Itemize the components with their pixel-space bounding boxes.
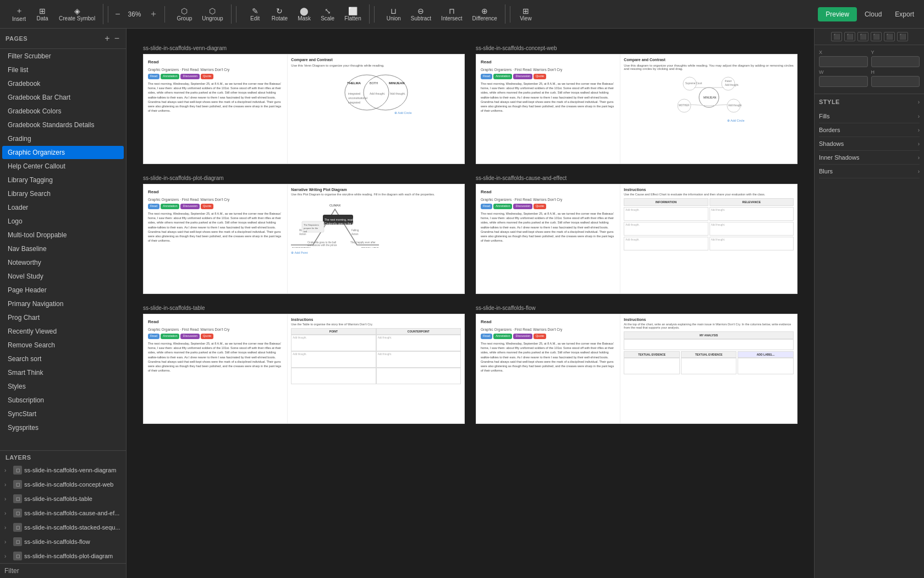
page-item-novel-study[interactable]: Novel Study [2,270,124,283]
frame-label-table: ss-slide-in-scaffolds-table [143,305,465,311]
flatten-button[interactable]: ⬜ Flatten [340,4,366,24]
align-left-button[interactable]: ⬛ [831,32,842,41]
layer-item-ss-slide-in-scaffolds-table[interactable]: › ◻ ss-slide-in-scaffolds-table [0,492,126,506]
page-item-grading[interactable]: Grading [2,132,124,145]
separator-3 [236,6,237,23]
slide-flow[interactable]: Read Graphic Organizers · First Read: Wa… [476,314,798,424]
zoom-in-button[interactable]: ＋ [147,7,160,21]
add-label-btn[interactable]: ADD LABEL... [738,351,794,358]
page-item-styles[interactable]: Styles [2,380,124,393]
page-item-primary-navigation[interactable]: Primary Navigation [2,297,124,310]
more-align-button[interactable]: ⬛ [897,32,908,41]
page-item-library-search[interactable]: Library Search [2,187,124,200]
page-item-smart-think[interactable]: Smart Think [2,366,124,379]
page-item-gradebook-bar-chart[interactable]: Gradebook Bar Chart [2,91,124,104]
add-point-btn[interactable]: ⊕ Add Point [291,251,461,254]
page-item-help-center-callout[interactable]: Help Center Callout [2,160,124,173]
intersect-button[interactable]: ⊓ Intersect [437,4,466,24]
page-item-syncstart[interactable]: SyncStart [2,407,124,421]
view-button[interactable]: ⊞ View [515,4,537,24]
layer-item-ss-slide-in-scaffolds-venn-diagram[interactable]: › ◻ ss-slide-in-scaffolds-venn-diagram [0,463,126,477]
point-cell-1: Add thought. [291,335,376,351]
add-circle-concept-btn[interactable]: ⊕ Add Circle [727,119,745,122]
collapse-pages-button[interactable]: − [113,33,120,44]
scale-button[interactable]: ⤡ Scale [316,4,339,24]
h-input[interactable] [871,76,920,87]
page-item-multi-tool-droppable[interactable]: Multi-tool Droppable [2,228,124,242]
create-symbol-button[interactable]: ◈ Create Symbol [54,4,100,24]
align-right-button[interactable]: ⬛ [857,32,868,41]
page-item-filter-scrubber[interactable]: Filter Scrubber [2,50,124,63]
slide-table[interactable]: Read Graphic Organizers · First Read: Wa… [143,314,465,424]
page-item-label: Multi-tool Droppable [8,231,118,239]
style-collapse-icon[interactable]: › [918,99,920,105]
layer-name: ss-slide-in-scaffolds-plot-diagram [24,553,122,559]
slide-concept[interactable]: Read Graphic Organizers · First Read: Wa… [476,54,798,164]
inner-shadows-row[interactable]: Inner Shadows › [819,151,920,165]
data-button[interactable]: ⊞ Data [31,4,53,24]
page-item-graphic-organizers[interactable]: Graphic Organizers [2,146,124,159]
page-item-subscription[interactable]: Subscription [2,394,124,407]
page-item-search-sort[interactable]: Search sort [2,352,124,366]
slide-venn[interactable]: Read Graphic Organizers · First Read: Wa… [143,54,465,164]
fills-row[interactable]: Fills › [819,110,920,123]
insert-button[interactable]: ＋ Insert [8,4,30,24]
page-item-library-tagging[interactable]: Library Tagging [2,173,124,187]
svg-text:MINIJEAN: MINIJEAN [389,81,405,85]
point-header: POINT [291,328,376,335]
group-button[interactable]: ⬡ Group [173,4,197,24]
badge-annotation-f: Annotation [493,334,512,339]
page-item-page-header[interactable]: Page Header [2,283,124,297]
page-item-label: Search sort [8,355,118,363]
w-input[interactable] [819,76,868,87]
page-item-gradebook-standards-details[interactable]: Gradebook Standards Details [2,118,124,132]
page-item-remove-search[interactable]: Remove Search [2,339,124,352]
page-item-prog-chart[interactable]: Prog Chart [2,311,124,324]
layer-item-ss-slide-in-scaffolds-plot-diagram[interactable]: › ◻ ss-slide-in-scaffolds-plot-diagram [0,549,126,563]
align-center-button[interactable]: ⬛ [844,32,855,41]
borders-row[interactable]: Borders › [819,123,920,137]
subtract-button[interactable]: ⊖ Subtract [406,4,436,24]
ungroup-button[interactable]: ⬡ Ungroup [197,4,227,24]
preview-button[interactable]: Preview [818,7,857,21]
page-item-recently-viewed[interactable]: Recently Viewed [2,325,124,338]
y-input[interactable] [871,56,920,67]
distribute-h-button[interactable]: ⬛ [871,32,882,41]
x-input[interactable] [819,56,868,67]
page-item-noteworthy[interactable]: Noteworthy [2,256,124,269]
filter-button[interactable]: Filter [4,567,19,575]
canvas-area[interactable]: ss-slide-in-scaffolds-venn-diagram Read … [127,29,814,578]
blurs-row[interactable]: Blurs › [819,165,920,178]
export-button[interactable]: Export [889,7,920,21]
page-item-file-list[interactable]: File list [2,63,124,77]
page-item-loader[interactable]: Loader [2,201,124,214]
cloud-button[interactable]: Cloud [859,7,887,21]
page-item-gradebook-colors[interactable]: Gradebook Colors [2,105,124,118]
slide-plot[interactable]: Read Graphic Organizers · First Read: Wa… [143,184,465,294]
layer-item-ss-slide-in-scaffolds-flow[interactable]: › ◻ ss-slide-in-scaffolds-flow [0,535,126,549]
layer-item-ss-slide-in-scaffolds-stacked-sequ[interactable]: › ◻ ss-slide-in-scaffolds-stacked-sequ..… [0,520,126,535]
mask-button[interactable]: ⬤ Mask [293,4,315,24]
table-header-row: POINT COUNTERPOINT [291,328,461,335]
union-button[interactable]: ⊔ Union [382,4,405,24]
layer-item-ss-slide-in-scaffolds-cause-and-ef[interactable]: › ◻ ss-slide-in-scaffolds-cause-and-ef..… [0,506,126,520]
distribute-v-button[interactable]: ⬛ [884,32,895,41]
view-icon: ⊞ [522,7,529,15]
add-circle-btn[interactable]: ⊕ Add Circle [394,111,412,114]
page-item-sygsprites[interactable]: Sygsprites [2,421,124,434]
layer-item-ss-slide-in-scaffolds-concept-web[interactable]: › ◻ ss-slide-in-scaffolds-concept-web [0,477,126,492]
page-item-logo[interactable]: Logo [2,215,124,228]
slide-body-venn: The next morning, Wednesday, September 2… [148,81,283,113]
edit-button[interactable]: ✎ Edit [244,4,266,24]
rotate-icon: ↻ [276,7,283,15]
page-item-gradebook[interactable]: Gradebook [2,77,124,90]
slide-cause[interactable]: Read Graphic Organizers · First Read: Wa… [476,184,798,294]
shadows-row[interactable]: Shadows › [819,137,920,151]
zoom-out-button[interactable]: − [113,8,122,20]
rel-cell-2: Add thought. [710,222,794,236]
page-item-nav-baseline[interactable]: Nav Baseline [2,242,124,255]
add-page-button[interactable]: + [103,33,111,44]
badge-discussion-ce: Discussion [513,204,532,209]
rotate-button[interactable]: ↻ Rotate [267,4,292,24]
difference-button[interactable]: ⊕ Difference [468,4,501,24]
